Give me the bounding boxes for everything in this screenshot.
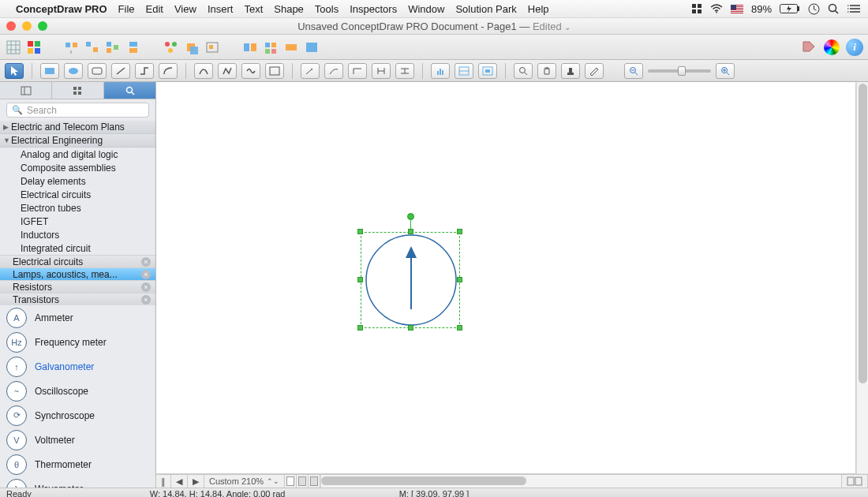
stencil-ammeter[interactable]: AAmmeter <box>0 305 155 330</box>
resize-handle-tl[interactable] <box>357 229 363 234</box>
align-tool-3-icon[interactable] <box>104 39 122 56</box>
align-tool-1-icon[interactable] <box>63 39 80 56</box>
resize-handle-mr[interactable] <box>457 277 462 282</box>
roundrect-tool-button[interactable] <box>88 63 107 79</box>
chart-tool-2-button[interactable] <box>455 63 473 79</box>
stencil-oscilloscope[interactable]: ~Oscilloscope <box>0 379 155 403</box>
page-nav-prev[interactable]: ◀ <box>171 475 188 488</box>
page-nav-first[interactable]: ‖ <box>156 475 171 488</box>
sidebar-tab-tree[interactable] <box>0 82 52 99</box>
library-resistors[interactable]: Resistors× <box>0 280 155 293</box>
subcat-analog-digital[interactable]: Analog and digital logic <box>0 148 155 161</box>
subcat-inductors[interactable]: Inductors <box>0 228 155 241</box>
menu-shape[interactable]: Shape <box>274 3 304 15</box>
stencil-frequency-meter[interactable]: HzFrequency meter <box>0 330 155 354</box>
resize-handle-br[interactable] <box>457 325 462 331</box>
selected-shape-galvanometer[interactable] <box>361 215 462 331</box>
arc-tool-button[interactable] <box>159 63 178 79</box>
subcat-tubes[interactable]: Electron tubes <box>0 201 155 215</box>
line-tool-button[interactable] <box>111 63 130 79</box>
chart-tool-3-button[interactable] <box>478 63 497 79</box>
vertical-scroll-thumb[interactable] <box>859 84 867 383</box>
menu-list-icon[interactable] <box>847 4 860 13</box>
group-tool-2-icon[interactable] <box>262 39 279 56</box>
menu-inspectors[interactable]: Inspectors <box>350 3 397 15</box>
group-tool-4-icon[interactable] <box>303 39 320 56</box>
align-tool-2-icon[interactable] <box>84 39 101 56</box>
menu-help[interactable]: Help <box>528 3 549 15</box>
page-nav-next[interactable]: ▶ <box>188 475 204 488</box>
subcat-integrated[interactable]: Integrated circuit <box>0 241 155 255</box>
horizontal-scroll-thumb[interactable] <box>321 476 526 485</box>
chevron-down-icon[interactable]: ⌄ <box>564 23 571 32</box>
subcat-circuits[interactable]: Electrical circuits <box>0 188 155 201</box>
resize-handle-tr[interactable] <box>457 229 462 234</box>
text-tool-button[interactable] <box>265 63 284 79</box>
rect-tool-button[interactable] <box>40 63 59 79</box>
horizontal-scrollbar[interactable] <box>320 475 841 488</box>
menu-view[interactable]: View <box>174 3 196 15</box>
resize-handle-tm[interactable] <box>408 229 413 234</box>
library-transistors[interactable]: Transistors× <box>0 293 155 305</box>
menu-extra-grid-icon[interactable] <box>691 3 702 14</box>
zoom-level-dropdown[interactable]: Custom 210% ⌃⌄ <box>204 475 285 488</box>
subcat-delay[interactable]: Delay elements <box>0 174 155 188</box>
pointer-tool-button[interactable] <box>5 63 24 79</box>
palette-icon[interactable] <box>25 39 43 56</box>
zoom-slider[interactable] <box>648 69 711 73</box>
resize-handle-ml[interactable] <box>357 277 363 282</box>
menu-insert[interactable]: Insert <box>208 3 234 15</box>
color-wheel-icon[interactable] <box>824 39 840 55</box>
stamp-tool-button[interactable] <box>561 63 580 79</box>
arrange-tool-2-icon[interactable] <box>183 39 200 56</box>
sidebar-tab-grid[interactable] <box>52 82 104 99</box>
dimension-v-button[interactable] <box>395 63 414 79</box>
group-tool-1-icon[interactable] <box>241 39 259 56</box>
stencil-thermometer[interactable]: θThermometer <box>0 452 155 476</box>
arrow-elbow-button[interactable] <box>348 63 367 79</box>
arrange-tool-3-icon[interactable] <box>204 39 221 56</box>
resize-handle-bl[interactable] <box>357 325 363 331</box>
tag-icon[interactable] <box>800 39 817 56</box>
category-electric-telecom[interactable]: ▶Electric and Telecom Plans <box>0 121 155 134</box>
library-lamps-acoustics[interactable]: Lamps, acoustics, mea...× <box>0 267 155 280</box>
hand-tool-button[interactable] <box>537 63 556 79</box>
menu-text[interactable]: Text <box>244 3 263 15</box>
group-tool-3-icon[interactable] <box>282 39 300 56</box>
subcat-composite[interactable]: Composite assemblies <box>0 161 155 174</box>
close-icon[interactable]: × <box>141 270 151 279</box>
page-corner-controls[interactable] <box>841 475 868 488</box>
arrow-line-button[interactable] <box>301 63 320 79</box>
page-thumb-3[interactable] <box>309 475 320 488</box>
flag-icon[interactable] <box>731 5 743 13</box>
menu-solution-park[interactable]: Solution Park <box>455 3 516 15</box>
library-electrical-circuits[interactable]: Electrical circuits× <box>0 255 155 267</box>
edit-tool-button[interactable] <box>585 63 604 79</box>
zoom-in-button[interactable] <box>716 63 735 79</box>
dimension-h-button[interactable] <box>372 63 391 79</box>
subcat-igfet[interactable]: IGFET <box>0 215 155 228</box>
canvas-area[interactable]: ‖ ◀ ▶ Custom 210% ⌃⌄ <box>156 82 868 488</box>
zoom-slider-thumb[interactable] <box>678 66 686 76</box>
page-thumb-1[interactable] <box>285 475 297 488</box>
zoom-out-button[interactable] <box>624 63 643 79</box>
ellipse-tool-button[interactable] <box>64 63 83 79</box>
menu-window[interactable]: Window <box>408 3 444 15</box>
bezier-tool-button[interactable] <box>194 63 213 79</box>
chart-tool-1-button[interactable] <box>431 63 450 79</box>
stencil-synchroscope[interactable]: ⟳Synchroscope <box>0 403 155 428</box>
close-icon[interactable]: × <box>141 282 151 292</box>
canvas-page[interactable] <box>156 82 855 473</box>
close-icon[interactable]: × <box>141 295 151 305</box>
close-icon[interactable]: × <box>141 257 151 267</box>
wifi-icon[interactable] <box>710 4 723 13</box>
battery-icon[interactable] <box>780 4 800 13</box>
stencil-wavemeter[interactable]: λWavemeter <box>0 476 155 488</box>
sidebar-tab-search[interactable] <box>104 82 155 99</box>
connector-tool-button[interactable] <box>135 63 154 79</box>
polyline-tool-button[interactable] <box>218 63 237 79</box>
page-thumb-2[interactable] <box>297 475 309 488</box>
arrange-tool-1-icon[interactable] <box>163 39 180 56</box>
grid-toggle-icon[interactable] <box>5 39 22 56</box>
resize-handle-bm[interactable] <box>408 325 413 331</box>
